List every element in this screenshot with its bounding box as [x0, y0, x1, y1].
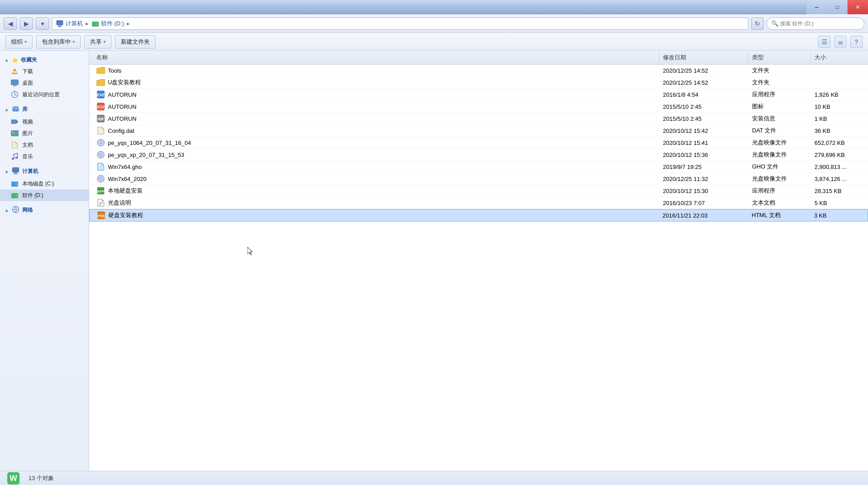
svg-point-17: [12, 132, 14, 133]
file-type-cell: 光盘映像文件: [749, 149, 811, 160]
share-button[interactable]: 共享 ▾: [84, 35, 111, 49]
svg-rect-1: [58, 25, 61, 26]
file-name-cell: pe_yqs_xp_20_07_31_15_53: [93, 149, 659, 160]
table-row[interactable]: Win7x64.gho 2019/9/7 19:25 GHO 文件 2,900,…: [89, 161, 868, 173]
refresh-button[interactable]: ↻: [751, 17, 764, 30]
file-size: 5 KB: [815, 200, 827, 206]
empty-area[interactable]: [89, 268, 868, 471]
sidebar-item-drive-d[interactable]: 软件 (D:): [0, 189, 89, 201]
organize-button[interactable]: 组织 ▾: [5, 35, 33, 49]
folder-icon: [96, 66, 105, 75]
favorites-label: 收藏夹: [21, 56, 37, 64]
organize-label: 组织: [11, 38, 23, 46]
col-type[interactable]: 类型: [749, 51, 811, 64]
sidebar-item-drive-c[interactable]: 本地磁盘 (C:): [0, 178, 89, 189]
table-row[interactable]: Tools 2020/12/25 14:52 文件夹: [89, 65, 868, 77]
music-icon: [11, 152, 19, 160]
new-folder-label: 新建文件夹: [121, 38, 150, 46]
table-row[interactable]: INF AUTORUN 2015/5/10 2:45 安装信息 1 KB: [89, 113, 868, 125]
table-row[interactable]: HTML 硬盘安装教程 2016/11/21 22:03 HTML 文档 3 K…: [89, 209, 868, 222]
file-modified: 2020/10/12 15:41: [663, 140, 708, 146]
file-name-cell: HTML 硬盘安装教程: [93, 210, 659, 221]
table-row[interactable]: pe_yqs_xp_20_07_31_15_53 2020/10/12 15:3…: [89, 149, 868, 161]
back-button[interactable]: ◀: [4, 17, 17, 30]
search-input[interactable]: [780, 21, 860, 27]
file-size: 1 KB: [815, 115, 827, 122]
file-modified: 2015/5/10 2:45: [663, 103, 702, 110]
file-name-cell: EXE AUTORUN: [93, 89, 659, 100]
file-modified-cell: 2020/10/12 15:42: [659, 126, 749, 136]
help-button[interactable]: ?: [850, 36, 863, 48]
network-section: ▲ 网络: [0, 204, 89, 217]
minimize-button[interactable]: ─: [806, 0, 827, 14]
file-name-cell: APP 本地硬盘安装: [93, 185, 659, 197]
search-box[interactable]: 🔍: [766, 17, 864, 30]
svg-rect-16: [11, 131, 18, 136]
sidebar-item-images[interactable]: 图片: [0, 127, 89, 139]
downloads-icon: [11, 67, 19, 75]
library-header[interactable]: ▲ 库: [0, 103, 89, 116]
sidebar-item-downloads[interactable]: 下载: [0, 66, 89, 77]
exe-icon: EXE: [96, 90, 105, 99]
table-row[interactable]: 光盘说明 2016/10/23 7:07 文本文档 5 KB: [89, 197, 868, 209]
table-row[interactable]: APP 本地硬盘安装 2020/10/12 15:30 应用程序 28,315 …: [89, 185, 868, 197]
new-folder-button[interactable]: 新建文件夹: [115, 35, 156, 49]
svg-text:HTML: HTML: [97, 214, 106, 218]
address-path[interactable]: 计算机 ► 软件 (D:) ►: [52, 17, 749, 30]
file-type-cell: 光盘映像文件: [749, 173, 811, 184]
favorites-header[interactable]: ▲ ⭐ 收藏夹: [0, 54, 89, 66]
sidebar-item-documents[interactable]: 文档: [0, 139, 89, 151]
file-type-cell: 文本文档: [749, 197, 811, 208]
file-type: 应用程序: [752, 90, 775, 99]
sidebar-item-music[interactable]: 音乐: [0, 151, 89, 162]
file-list-area: 名称 修改日期 类型 大小 Tools 2020/12/25 14:52 文件夹…: [89, 51, 868, 471]
svg-point-37: [100, 142, 102, 144]
table-row[interactable]: Win7x64_2020 2020/12/25 11:32 光盘映像文件 3,8…: [89, 173, 868, 185]
file-name-cell: pe_yqs_1064_20_07_31_16_04: [93, 137, 659, 148]
include-library-button[interactable]: 包含到库中 ▾: [36, 35, 81, 49]
sidebar-item-video[interactable]: 视频: [0, 116, 89, 127]
path-computer[interactable]: 计算机: [66, 20, 83, 28]
file-name: AUTORUN: [108, 91, 136, 98]
computer-header[interactable]: ▲ 计算机: [0, 165, 89, 178]
forward-button[interactable]: ▶: [20, 17, 33, 30]
file-name: U盘安装教程: [108, 78, 141, 86]
dropdown-button[interactable]: ▾: [36, 17, 49, 30]
table-row[interactable]: pe_yqs_1064_20_07_31_16_04 2020/10/12 15…: [89, 137, 868, 149]
file-size-cell: 3,874,126 ...: [811, 174, 864, 184]
computer-header-icon: [12, 167, 20, 176]
table-row[interactable]: ICO AUTORUN 2015/5/10 2:45 图标 10 KB: [89, 101, 868, 113]
computer-section: ▲ 计算机 本地磁盘 (C:) 软件 (D:): [0, 165, 89, 201]
maximize-button[interactable]: □: [827, 0, 847, 14]
file-name: Config.dat: [108, 127, 134, 134]
file-size-cell: 652,072 KB: [811, 138, 864, 148]
svg-point-25: [16, 184, 17, 185]
table-row[interactable]: Config.dat 2020/10/12 15:42 DAT 文件 36 KB: [89, 125, 868, 137]
col-size[interactable]: 大小: [811, 51, 864, 64]
col-name[interactable]: 名称: [93, 51, 659, 64]
file-size-cell: 1,926 KB: [811, 90, 864, 99]
file-type-cell: 图标: [749, 101, 811, 112]
file-type: 文本文档: [752, 199, 775, 207]
preview-button[interactable]: ⚌: [834, 36, 847, 48]
table-row[interactable]: EXE AUTORUN 2016/1/8 4:54 应用程序 1,926 KB: [89, 89, 868, 101]
svg-point-4: [96, 23, 98, 25]
file-name-cell: INF AUTORUN: [93, 113, 659, 124]
images-label: 图片: [22, 130, 33, 137]
sidebar-item-desktop[interactable]: 桌面: [0, 77, 89, 89]
table-row[interactable]: U盘安装教程 2020/12/25 14:52 文件夹: [89, 77, 868, 89]
column-header: 名称 修改日期 类型 大小: [89, 51, 868, 65]
path-drive[interactable]: 软件 (D:): [101, 20, 124, 28]
file-name: pe_yqs_1064_20_07_31_16_04: [108, 140, 191, 146]
file-type-cell: GHO 文件: [749, 161, 811, 172]
documents-label: 文档: [22, 141, 33, 149]
file-modified: 2020/10/12 15:36: [663, 152, 708, 158]
view-options-button[interactable]: ☰: [818, 36, 831, 48]
network-header[interactable]: ▲ 网络: [0, 204, 89, 217]
file-type: 应用程序: [752, 187, 775, 195]
close-button[interactable]: ✕: [847, 0, 868, 14]
share-label: 共享: [90, 38, 102, 46]
col-modified[interactable]: 修改日期: [659, 51, 749, 64]
sidebar-item-recent[interactable]: 最近访问的位置: [0, 89, 89, 100]
file-name: Win7x64_2020: [108, 176, 147, 182]
